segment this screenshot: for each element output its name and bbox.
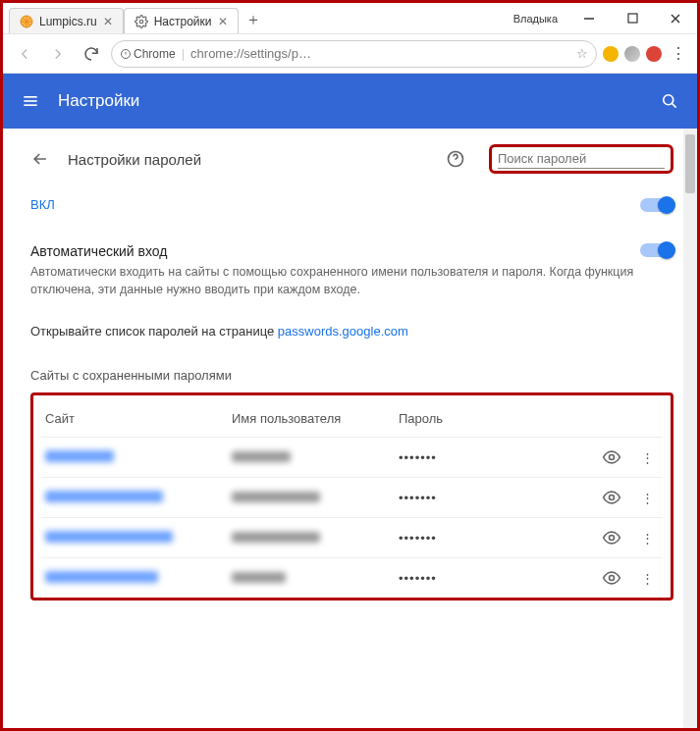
tab-label: Lumpics.ru — [39, 15, 97, 28]
back-arrow-icon[interactable] — [30, 149, 54, 169]
svg-point-14 — [610, 576, 615, 581]
user-cell — [232, 572, 286, 583]
col-pass-header: Пароль — [399, 411, 602, 426]
window-controls: Владыка — [504, 3, 697, 33]
svg-point-1 — [139, 20, 143, 24]
toggle-autologin[interactable] — [640, 243, 673, 257]
close-tab-icon[interactable]: ✕ — [103, 15, 113, 28]
settings-search-icon[interactable] — [656, 87, 683, 115]
bookmark-star-icon[interactable]: ☆ — [576, 46, 588, 61]
passwords-table-highlight: Сайт Имя пользователя Пароль •••••••⋮•••… — [30, 392, 673, 600]
password-cell: ••••••• — [399, 531, 437, 546]
settings-title: Настройки — [58, 91, 656, 111]
gear-icon — [135, 15, 148, 28]
table-row[interactable]: •••••••⋮ — [41, 477, 663, 517]
menu-icon[interactable] — [17, 87, 44, 115]
toggle-save-passwords[interactable] — [640, 198, 673, 212]
close-tab-icon[interactable]: ✕ — [218, 15, 228, 28]
reload-button[interactable] — [78, 40, 105, 68]
svg-line-9 — [673, 104, 676, 108]
svg-point-12 — [610, 496, 615, 500]
passwords-google-link[interactable]: passwords.google.com — [278, 324, 408, 339]
table-row[interactable]: •••••••⋮ — [41, 437, 663, 477]
row-menu-icon[interactable]: ⋮ — [635, 531, 659, 546]
page-subheader: Настройки паролей — [30, 144, 673, 182]
row-menu-icon[interactable]: ⋮ — [635, 571, 659, 586]
scrollbar-thumb[interactable] — [685, 134, 695, 193]
row-menu-icon[interactable]: ⋮ — [635, 491, 659, 505]
help-icon[interactable] — [446, 149, 469, 169]
autologin-description: Автоматически входить на сайты с помощью… — [30, 263, 640, 298]
omnibox[interactable]: Chrome | chrome://settings/p… ☆ — [111, 40, 597, 68]
toggle-on-label: ВКЛ — [30, 197, 640, 212]
show-password-icon[interactable] — [602, 488, 635, 507]
search-passwords-input[interactable] — [498, 149, 665, 169]
site-cell — [45, 491, 163, 502]
saved-sites-label: Сайты с сохраненными паролями — [30, 360, 673, 392]
table-row[interactable]: •••••••⋮ — [41, 517, 663, 557]
maximize-button[interactable] — [611, 4, 654, 33]
scrollbar[interactable] — [683, 129, 697, 728]
password-cell: ••••••• — [399, 450, 437, 465]
page-heading: Настройки паролей — [68, 151, 432, 168]
settings-header: Настройки — [3, 74, 697, 129]
browser-menu-button[interactable]: ⋮ — [668, 44, 689, 63]
window-close-button[interactable] — [654, 4, 697, 33]
extension-icon[interactable] — [603, 46, 619, 62]
profile-name[interactable]: Владыка — [504, 13, 567, 25]
row-menu-icon[interactable]: ⋮ — [635, 450, 659, 465]
password-cell: ••••••• — [399, 491, 437, 505]
extension-icon[interactable] — [624, 46, 640, 62]
open-passwords-text: Открывайте список паролей на странице pa… — [30, 314, 673, 360]
site-cell — [45, 450, 114, 462]
user-cell — [232, 451, 291, 462]
site-cell — [45, 571, 158, 583]
site-info-label: Chrome — [134, 47, 176, 61]
user-cell — [232, 532, 320, 543]
user-cell — [232, 492, 320, 502]
site-info-icon[interactable]: Chrome — [120, 47, 176, 61]
settings-body: Настройки паролей ВКЛ Автоматический вхо… — [3, 129, 697, 728]
nav-back-button[interactable] — [11, 40, 38, 68]
show-password-icon[interactable] — [602, 447, 635, 467]
svg-rect-3 — [628, 14, 637, 23]
page-content: Настройки Настройки паролей — [3, 74, 697, 728]
new-tab-button[interactable]: ＋ — [242, 10, 264, 31]
open-list-prefix: Открывайте список паролей на странице — [30, 324, 278, 339]
url-text: chrome://settings/p… — [190, 46, 570, 61]
show-password-icon[interactable] — [602, 528, 635, 548]
table-header: Сайт Имя пользователя Пароль — [41, 401, 663, 437]
address-bar: Chrome | chrome://settings/p… ☆ ⋮ — [3, 34, 697, 74]
tab-label: Настройки — [154, 15, 212, 28]
favicon-icon — [20, 15, 33, 28]
nav-forward-button[interactable] — [44, 40, 72, 68]
toggle-save-passwords-row: ВКЛ — [30, 182, 673, 228]
col-user-header: Имя пользователя — [232, 411, 399, 426]
extension-icon[interactable] — [646, 46, 662, 62]
minimize-button[interactable] — [567, 4, 611, 33]
titlebar: Lumpics.ru ✕ Настройки ✕ ＋ Владыка — [3, 3, 697, 34]
autologin-title: Автоматический вход — [30, 243, 640, 259]
tab-strip: Lumpics.ru ✕ Настройки ✕ ＋ — [3, 3, 504, 33]
tab-settings[interactable]: Настройки ✕ — [124, 8, 239, 33]
autologin-row: Автоматический вход Автоматически входит… — [30, 228, 673, 314]
search-passwords-highlight — [489, 144, 673, 174]
svg-point-11 — [610, 455, 615, 460]
tab-lumpics[interactable]: Lumpics.ru ✕ — [9, 8, 124, 33]
table-row[interactable]: •••••••⋮ — [41, 557, 663, 598]
svg-point-13 — [610, 536, 615, 541]
password-cell: ••••••• — [399, 571, 437, 586]
show-password-icon[interactable] — [602, 568, 635, 588]
svg-point-8 — [664, 95, 673, 105]
site-cell — [45, 531, 173, 543]
col-site-header: Сайт — [45, 411, 232, 426]
